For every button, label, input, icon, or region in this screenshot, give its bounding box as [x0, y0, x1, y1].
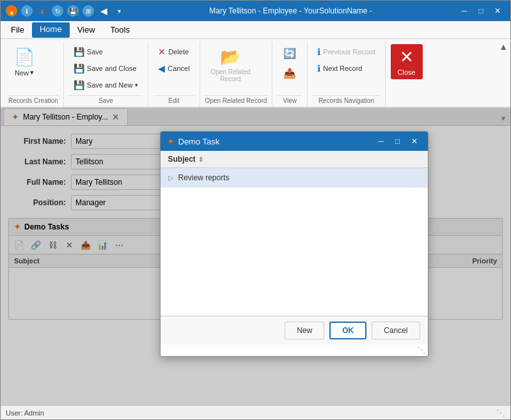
new-button-icon: 📄: [14, 47, 35, 67]
ribbon-group-close-content: ✕ Close: [391, 42, 423, 93]
menu-view[interactable]: View: [70, 22, 103, 38]
ribbon-group-open-related-label: Open Related Record: [205, 95, 267, 107]
open-related-button[interactable]: 📂 Open RelatedRecord: [205, 44, 256, 86]
save-new-icon: 💾: [74, 80, 84, 90]
modal-row-subject: Review reports: [178, 173, 230, 182]
close-button[interactable]: ✕ Close: [391, 44, 423, 79]
app-icon-dropdown[interactable]: ▾: [113, 5, 125, 17]
menu-bar: File Home View Tools: [1, 21, 510, 39]
save-close-button[interactable]: 💾 Save and Close: [69, 61, 143, 76]
status-user: User: Admin: [6, 409, 44, 417]
modal-title-icon: ✦: [167, 136, 175, 146]
ribbon: 📄 New ▾ Records Creation 💾 Save: [1, 39, 510, 108]
save-buttons-col: 💾 Save 💾 Save and Close 💾 Save and New ▾: [69, 44, 143, 93]
view-refresh-button[interactable]: 🔄: [278, 44, 302, 63]
view-open-icon: 📤: [283, 67, 296, 79]
new-button-container: 📄 New ▾: [8, 44, 40, 80]
view-open-button[interactable]: 📤: [278, 64, 302, 82]
maximize-button[interactable]: □: [473, 4, 489, 17]
main-area: ✦ Mary Tellitson - Employ... ✕ ▾ First N…: [1, 108, 510, 405]
next-record-button[interactable]: ℹ Next Record: [313, 61, 379, 76]
modal-row-expand-icon: ▷: [168, 174, 173, 182]
ribbon-collapse-button[interactable]: ▲: [499, 42, 508, 52]
ribbon-group-view: 🔄 📤 View: [272, 42, 308, 107]
modal-table-header: Subject ⇕: [161, 151, 428, 168]
new-dropdown-arrow: ▾: [30, 68, 34, 77]
ribbon-group-edit: ✕ Delete ◀ Cancel Edit: [148, 42, 200, 107]
view-refresh-icon: 🔄: [283, 47, 296, 59]
app-icon-grid[interactable]: ⊞: [83, 5, 94, 17]
ribbon-group-records-creation: 📄 New ▾ Records Creation: [3, 42, 64, 107]
modal-sort-icon: ⇕: [198, 156, 203, 163]
save-new-button[interactable]: 💾 Save and New ▾: [69, 77, 143, 93]
app-icon-back[interactable]: ◀: [98, 5, 109, 17]
modal-subject-header: Subject: [168, 155, 196, 164]
new-button[interactable]: 📄 New ▾: [8, 44, 40, 80]
status-resize: ⋱: [496, 408, 505, 418]
ribbon-group-open-related-content: 📂 Open RelatedRecord: [205, 42, 267, 93]
ribbon-group-save-label: Save: [69, 95, 143, 107]
ribbon-group-view-label: View: [278, 95, 302, 107]
save-close-icon: 💾: [74, 63, 84, 74]
modal-controls: ─ □ ✕: [374, 136, 421, 147]
modal-empty-space: [161, 188, 428, 316]
modal-footer: New OK Cancel: [161, 316, 428, 345]
status-bar: User: Admin ⋱: [1, 405, 510, 419]
window-controls: ─ □ ✕: [457, 4, 505, 17]
menu-tools[interactable]: Tools: [103, 22, 138, 38]
minimize-button[interactable]: ─: [457, 4, 472, 17]
ribbon-group-view-content: 🔄 📤: [278, 42, 302, 93]
modal-cancel-button[interactable]: Cancel: [372, 322, 420, 339]
save-icon: 💾: [74, 47, 84, 57]
modal-title-bar: ✦ Demo Task ─ □ ✕: [161, 132, 428, 151]
ribbon-group-nav: ℹ Previous Record ℹ Next Record Records …: [308, 42, 385, 107]
ribbon-group-records-creation-label: Records Creation: [8, 95, 58, 107]
app-icon-refresh[interactable]: ↻: [52, 5, 63, 17]
ribbon-group-save: 💾 Save 💾 Save and Close 💾 Save and New ▾…: [64, 42, 149, 107]
ribbon-group-edit-label: Edit: [153, 95, 194, 107]
title-bar-icons: 🔥 ℹ ↓ ↻ 💾 ⊞ ◀ ▾: [6, 5, 125, 17]
modal-new-button[interactable]: New: [285, 322, 324, 339]
delete-icon: ✕: [158, 47, 166, 57]
window-title: Mary Tellitson - Employee - YourSolution…: [125, 6, 457, 15]
modal-minimize-button[interactable]: ─: [374, 136, 388, 147]
modal-overlay: ✦ Demo Task ─ □ ✕ Subject ⇕: [1, 108, 510, 405]
ribbon-group-open-related: 📂 Open RelatedRecord Open Related Record: [200, 42, 273, 107]
modal-close-button[interactable]: ✕: [407, 136, 421, 147]
cancel-icon: ◀: [158, 63, 165, 74]
app-icon-info[interactable]: ℹ: [21, 5, 33, 17]
modal-ok-button[interactable]: OK: [329, 322, 366, 339]
app-icon-flame[interactable]: 🔥: [6, 5, 17, 17]
ribbon-group-close: ✕ Close Close: [386, 42, 428, 107]
new-button-label: New ▾: [15, 68, 34, 77]
menu-file[interactable]: File: [3, 22, 32, 38]
prev-record-icon: ℹ: [317, 47, 320, 57]
save-button[interactable]: 💾 Save: [69, 44, 143, 59]
open-related-label: Open RelatedRecord: [211, 68, 251, 82]
demo-task-modal: ✦ Demo Task ─ □ ✕ Subject ⇕: [160, 131, 428, 357]
close-button-label: Close: [398, 68, 416, 76]
ribbon-group-nav-label: Records Navigation: [313, 95, 379, 107]
view-buttons-col: 🔄 📤: [278, 44, 302, 82]
nav-buttons-col: ℹ Previous Record ℹ Next Record: [313, 44, 379, 76]
app-icon-save[interactable]: 💾: [67, 5, 79, 17]
delete-button[interactable]: ✕ Delete: [153, 44, 194, 59]
close-button-icon: ✕: [400, 47, 414, 67]
cancel-button[interactable]: ◀ Cancel: [153, 61, 194, 76]
modal-body: Subject ⇕ ▷ Review reports: [161, 151, 428, 316]
modal-row-review-reports[interactable]: ▷ Review reports: [161, 168, 428, 188]
modal-title-left: ✦ Demo Task: [167, 136, 220, 146]
app-icon-download[interactable]: ↓: [36, 5, 48, 17]
edit-buttons-col: ✕ Delete ◀ Cancel: [153, 44, 194, 76]
ribbon-group-nav-content: ℹ Previous Record ℹ Next Record: [313, 42, 379, 93]
modal-maximize-button[interactable]: □: [391, 136, 405, 147]
open-related-icon: 📂: [220, 47, 240, 67]
window-close-button[interactable]: ✕: [490, 4, 505, 17]
next-record-icon: ℹ: [317, 63, 320, 74]
menu-home[interactable]: Home: [32, 22, 70, 38]
prev-record-button[interactable]: ℹ Previous Record: [313, 44, 379, 59]
modal-resize-handle[interactable]: ⋱: [161, 345, 428, 356]
ribbon-group-save-content: 💾 Save 💾 Save and Close 💾 Save and New ▾: [69, 42, 143, 93]
ribbon-group-edit-content: ✕ Delete ◀ Cancel: [153, 42, 194, 93]
title-bar: 🔥 ℹ ↓ ↻ 💾 ⊞ ◀ ▾ Mary Tellitson - Employe…: [1, 1, 510, 21]
